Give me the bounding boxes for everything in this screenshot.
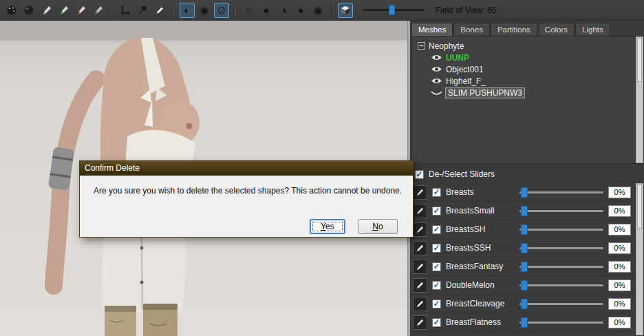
tab-partitions[interactable]: Partitions [491,23,537,36]
edit-slider-button[interactable] [413,241,427,255]
slider-label: BreastsSH [446,224,515,234]
slider-checkbox[interactable]: ✓ [432,225,441,234]
red-brush-button[interactable] [73,3,88,18]
slider-value[interactable]: 0% [608,187,631,198]
slider-track[interactable] [519,299,603,309]
slider-thumb[interactable] [521,206,528,216]
slider-thumb[interactable] [521,262,528,272]
tree-scrollbar-thumb[interactable] [637,38,642,82]
edit-slider-button[interactable] [413,260,427,274]
eye-open-icon[interactable] [431,65,442,73]
ring-toggle-button[interactable]: ⊙ [214,3,229,18]
tree-item-label: Object001 [446,65,484,74]
solid-sphere-toggle-button[interactable]: ◉ [197,3,212,18]
sparkle-brush-button[interactable] [4,3,19,18]
edit-slider-button[interactable] [413,315,427,330]
check-icon: ✓ [433,207,440,215]
yes-button[interactable]: Yes [310,219,345,234]
tree-item[interactable]: UUNP [412,52,642,63]
pivot-axis-icon [120,5,131,16]
check-icon: ✓ [433,318,440,326]
edit-slider-button[interactable] [413,297,427,311]
circle-outline-toggle-button[interactable]: ○ [242,3,257,18]
sphere-brush-button[interactable] [21,3,36,18]
tab-lights[interactable]: Lights [575,23,610,36]
dotted-circle-toggle-button[interactable]: ◉ [310,3,325,18]
tree-item[interactable]: Object001 [412,63,642,75]
slider-row: ✓ BreastsSSH 0% [410,239,634,258]
slider-track[interactable] [519,317,603,328]
deselect-sliders-checkbox[interactable]: ✓ [415,170,424,179]
slider-thumb[interactable] [521,280,528,291]
slider-track[interactable] [519,206,603,216]
dialog-title-bar[interactable]: Confirm Delete [80,161,413,176]
tree-scrollbar[interactable] [636,36,643,163]
pivot-tool-button[interactable] [118,3,133,18]
slider-track[interactable] [519,243,603,253]
half-sphere-toggle-button[interactable]: ◐ [180,3,195,18]
slider-thumb[interactable] [521,224,528,235]
slider-value[interactable]: 0% [608,224,631,235]
slider-value[interactable]: 0% [608,298,631,310]
tree-item-selected[interactable]: SLIM PUSHUPNW3 [412,87,642,98]
half-circle-toggle-button[interactable]: ◑ [276,3,291,18]
tab-bones[interactable]: Bones [453,23,490,36]
tab-meshes[interactable]: Meshes [411,23,453,36]
filled-circle-toggle-button[interactable]: ● [259,3,274,18]
pen-tool-button[interactable] [152,3,167,18]
textured-cube-toggle-button[interactable] [338,3,353,18]
eye-open-icon[interactable] [431,77,442,85]
filled-circle2-toggle-button[interactable]: ● [293,3,308,18]
inflate-brush-button[interactable] [39,3,54,18]
slider-thumb[interactable] [521,243,528,253]
slider-checkbox[interactable]: ✓ [432,281,441,290]
check-icon: ✓ [433,225,440,233]
check-icon: ✓ [433,281,440,289]
green-brush-button[interactable] [56,3,71,18]
eye-open-icon[interactable] [431,54,442,61]
pencil-icon [416,225,425,234]
ring-icon: ⊙ [217,5,226,15]
slider-value[interactable]: 0% [608,317,631,328]
slider-checkbox[interactable]: ✓ [432,300,441,308]
tab-colors[interactable]: Colors [538,23,575,36]
edit-slider-button[interactable] [413,278,427,293]
tree-item[interactable]: Highelf_F_ [412,75,642,87]
slider-checkbox[interactable]: ✓ [432,207,441,216]
edit-slider-button[interactable] [413,204,427,218]
slider-track[interactable] [519,224,603,235]
slider-thumb[interactable] [521,299,528,309]
fov-slider[interactable] [363,9,424,11]
slider-track[interactable] [519,280,603,291]
slider-checkbox[interactable]: ✓ [432,262,441,271]
edit-slider-button[interactable] [413,185,427,200]
slider-value[interactable]: 0% [608,242,631,254]
pin-tool-button[interactable] [135,3,150,18]
slider-value[interactable]: 0% [608,205,631,217]
no-button[interactable]: No [358,219,398,234]
pin-icon [137,5,148,16]
slider-track[interactable] [519,262,603,272]
slider-thumb[interactable] [521,187,528,198]
inflate-brush-icon [41,5,52,16]
half-sphere-icon: ◐ [184,5,190,15]
slider-list-scrollbar-thumb[interactable] [637,185,642,229]
gray-brush-button[interactable] [90,3,105,18]
slider-checkbox[interactable]: ✓ [432,188,441,197]
slider-track[interactable] [519,187,603,198]
tree-root-row[interactable]: Neophyte [412,40,642,52]
eye-closed-icon[interactable] [431,89,442,96]
collapse-icon[interactable] [418,42,425,50]
slider-checkbox[interactable]: ✓ [432,318,441,327]
tree-item-label: Highelf_F_ [446,76,486,86]
edit-slider-button[interactable] [413,222,427,237]
slider-value[interactable]: 0% [608,261,631,273]
check-icon: ✓ [433,300,440,308]
slider-thumb[interactable] [521,317,528,328]
slider-list-scrollbar[interactable] [636,183,643,335]
slider-checkbox[interactable]: ✓ [432,244,441,253]
fov-slider-thumb[interactable] [389,5,395,15]
confirm-delete-dialog: Confirm Delete Are you sure you wish to … [79,160,414,238]
slider-value[interactable]: 0% [608,280,631,291]
sliders-header: ✓ De-/Select Sliders [411,167,495,182]
